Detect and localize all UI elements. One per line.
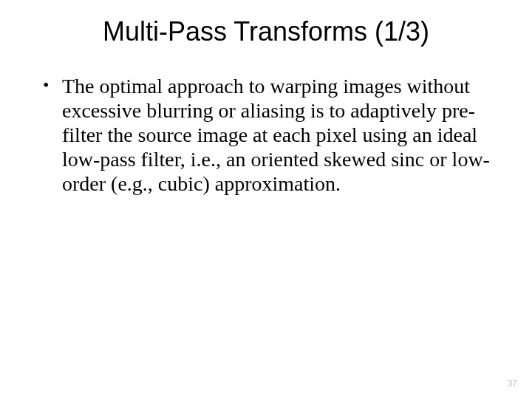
slide-body: The optimal approach to warping images w…: [0, 47, 532, 196]
list-item: The optimal approach to warping images w…: [40, 74, 492, 196]
slide: Multi-Pass Transforms (1/3) The optimal …: [0, 0, 532, 399]
bullet-list: The optimal approach to warping images w…: [40, 74, 492, 196]
slide-title: Multi-Pass Transforms (1/3): [0, 0, 532, 47]
page-number: 37: [508, 378, 517, 389]
